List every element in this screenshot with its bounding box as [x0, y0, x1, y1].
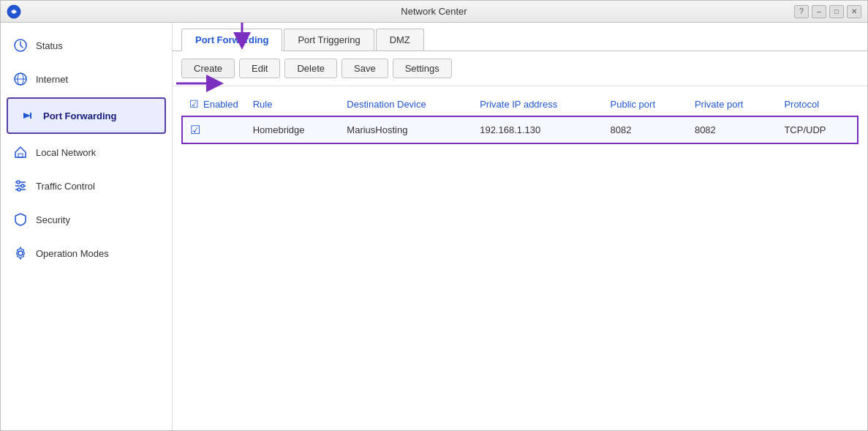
- col-header-rule: Rule: [246, 92, 340, 116]
- col-header-destination: Destination Device: [339, 92, 472, 116]
- tab-port-triggering[interactable]: Port Triggering: [284, 29, 374, 50]
- sidebar-item-internet[interactable]: Internet: [1, 62, 172, 96]
- sidebar-label-local-network: Local Network: [36, 147, 96, 158]
- minimize-button[interactable]: –: [812, 5, 826, 18]
- col-header-private-port: Private port: [687, 92, 777, 116]
- window-title: Network Center: [401, 6, 467, 17]
- delete-button[interactable]: Delete: [284, 59, 337, 78]
- tabs-bar: Port Forwarding Port Triggering DMZ: [173, 23, 867, 51]
- table-header-row: ☑ Enabled Rule Destination Device Privat…: [182, 92, 858, 116]
- table-row[interactable]: ☑ Homebridge MariusHosting 192.168.1.130…: [182, 116, 858, 143]
- svg-point-14: [18, 188, 20, 191]
- svg-point-1: [12, 10, 15, 13]
- home-icon: [12, 144, 29, 160]
- svg-point-13: [21, 184, 24, 187]
- globe-icon: [12, 71, 29, 87]
- row-destination: MariusHosting: [339, 116, 472, 143]
- row-protocol: TCP/UDP: [777, 116, 858, 143]
- row-checkbox[interactable]: ☑: [190, 124, 200, 136]
- port-forwarding-table: ☑ Enabled Rule Destination Device Privat…: [181, 92, 858, 144]
- sidebar-item-security[interactable]: Security: [1, 203, 172, 236]
- sidebar-item-local-network[interactable]: Local Network: [1, 135, 172, 169]
- content-pane: Port Forwarding Port Triggering DMZ Crea…: [173, 23, 867, 430]
- sidebar-item-status[interactable]: Status: [1, 29, 172, 62]
- app-logo: [7, 4, 21, 19]
- sidebar: Status Internet Port Forwarding Local Ne…: [1, 23, 173, 430]
- sidebar-item-traffic-control[interactable]: Traffic Control: [1, 169, 172, 203]
- sidebar-item-operation-modes[interactable]: Operation Modes: [1, 236, 172, 270]
- row-private-ip: 192.168.1.130: [472, 116, 603, 143]
- titlebar-controls: ? – □ ✕: [794, 5, 861, 18]
- toolbar: Create Edit Delete Save Settings: [173, 51, 867, 86]
- header-checkbox[interactable]: ☑: [189, 98, 199, 110]
- sidebar-label-internet: Internet: [36, 74, 68, 85]
- row-enabled: ☑: [182, 116, 246, 143]
- col-header-enabled: ☑ Enabled: [182, 92, 246, 116]
- gear-icon: [12, 245, 29, 261]
- create-button[interactable]: Create: [181, 59, 235, 78]
- tab-dmz[interactable]: DMZ: [376, 29, 424, 50]
- close-button[interactable]: ✕: [847, 5, 861, 18]
- sidebar-label-operation-modes: Operation Modes: [36, 248, 109, 259]
- row-rule: Homebridge: [246, 116, 340, 143]
- row-public-port: 8082: [603, 116, 687, 143]
- clock-icon: [12, 37, 29, 53]
- svg-point-15: [18, 251, 23, 255]
- sidebar-item-port-forwarding[interactable]: Port Forwarding: [7, 97, 166, 134]
- tab-port-forwarding[interactable]: Port Forwarding: [181, 29, 282, 51]
- svg-point-12: [17, 181, 20, 184]
- save-button[interactable]: Save: [341, 59, 388, 78]
- col-header-public-port: Public port: [603, 92, 687, 116]
- arrow-right-icon: [20, 108, 36, 124]
- sidebar-label-security: Security: [36, 214, 70, 225]
- main-area: Status Internet Port Forwarding Local Ne…: [1, 23, 867, 430]
- sidebar-label-traffic-control: Traffic Control: [36, 181, 95, 192]
- shield-icon: [12, 211, 29, 228]
- maximize-button[interactable]: □: [829, 5, 844, 18]
- edit-button[interactable]: Edit: [239, 59, 280, 78]
- settings-button[interactable]: Settings: [393, 59, 452, 78]
- col-header-protocol: Protocol: [777, 92, 858, 116]
- row-private-port: 8082: [687, 116, 777, 143]
- titlebar-left: [7, 4, 21, 19]
- table-container: ☑ Enabled Rule Destination Device Privat…: [173, 86, 867, 430]
- sidebar-label-port-forwarding: Port Forwarding: [43, 110, 116, 121]
- svg-marker-6: [23, 113, 31, 119]
- main-window: Network Center ? – □ ✕ Status Internet: [0, 0, 868, 431]
- col-header-private-ip: Private IP address: [472, 92, 603, 116]
- titlebar: Network Center ? – □ ✕: [1, 1, 867, 23]
- sidebar-label-status: Status: [36, 40, 63, 51]
- help-button[interactable]: ?: [794, 5, 809, 18]
- sliders-icon: [12, 178, 29, 194]
